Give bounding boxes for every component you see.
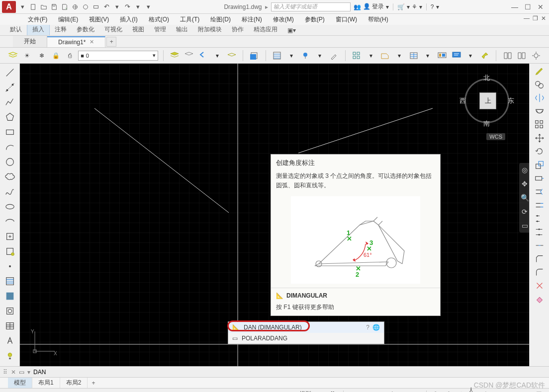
polar-toggle-icon[interactable]: ⊕ — [360, 390, 371, 392]
scale-list-icon[interactable]: 人 1:1▾ — [468, 390, 480, 392]
orbit-icon[interactable]: ⟳ — [519, 205, 529, 219]
cmdline-close-icon[interactable]: ✕ — [11, 369, 16, 376]
title-dropdown-icon[interactable]: ▸ — [265, 3, 268, 10]
hatch-icon[interactable] — [248, 49, 261, 62]
help-icon[interactable]: ? — [431, 3, 434, 10]
signin-dropdown-icon[interactable]: ▾ — [386, 3, 389, 10]
menu-help[interactable]: 帮助(H) — [363, 14, 393, 25]
view-cube[interactable]: 上 北 南 东 西 — [459, 74, 514, 128]
polyline-tool[interactable] — [2, 95, 18, 109]
layer-previous-icon[interactable] — [197, 49, 209, 62]
viewcube-west[interactable]: 西 — [459, 96, 466, 105]
command-input[interactable] — [33, 369, 183, 376]
menu-edit[interactable]: 编辑(E) — [53, 14, 83, 25]
cmdline-grip-icon[interactable]: ⠿ — [3, 369, 8, 376]
snap-toggle-icon[interactable]: ⠿▾ — [328, 390, 340, 392]
erase-tool[interactable] — [534, 294, 545, 306]
fillet-tool[interactable] — [534, 267, 545, 279]
suggestion-polaraddang[interactable]: ▭ POLARADDANG — [228, 333, 384, 344]
rotate-tool[interactable] — [534, 146, 545, 158]
nav-wheel-icon[interactable]: ◎ — [519, 163, 529, 177]
scale-tool[interactable] — [534, 159, 545, 172]
rectangle-tool[interactable] — [2, 125, 18, 139]
menu-dimension[interactable]: 标注(N) — [237, 14, 267, 25]
redo-icon[interactable]: ↷ — [123, 2, 132, 11]
qat-more-icon[interactable]: ▾ — [144, 2, 153, 11]
ellipse-tool[interactable] — [2, 200, 18, 214]
anno-scale-icon[interactable]: ⚲ — [430, 390, 442, 392]
menu-modify[interactable]: 修改(M) — [268, 14, 299, 25]
table-icon[interactable] — [407, 49, 420, 62]
layer-lock-icon[interactable]: 🔒 — [50, 49, 62, 62]
new-tab-button[interactable]: + — [106, 37, 116, 47]
book2-icon[interactable] — [516, 49, 528, 62]
globe-icon[interactable]: 🌐 — [372, 324, 380, 331]
ellipse-arc-tool[interactable] — [2, 215, 18, 229]
ribbon-tab-view[interactable]: 视图 — [127, 24, 149, 35]
trim-tool[interactable] — [534, 186, 545, 199]
showmotion-icon[interactable]: ▭ — [519, 219, 529, 233]
offset-tool[interactable] — [534, 106, 545, 118]
doc-minimize-icon[interactable]: — — [524, 15, 530, 22]
help-dropdown-icon[interactable]: ▾ — [436, 3, 439, 10]
layer-plot-icon[interactable]: ⎙ — [64, 49, 77, 62]
logo-dropdown-icon[interactable]: ▾ — [18, 2, 27, 11]
anno-visibility-icon[interactable]: ✱ — [443, 390, 455, 392]
web-save-icon[interactable] — [81, 2, 90, 11]
model-tab[interactable]: 模型 — [8, 378, 32, 388]
circle-tool[interactable] — [2, 155, 18, 169]
hatch-color-icon[interactable] — [299, 49, 312, 62]
layer-properties-icon[interactable] — [7, 49, 19, 62]
move-tool[interactable] — [534, 133, 545, 145]
isodraft-icon[interactable]: ◢▾ — [372, 390, 384, 392]
hatch-tool[interactable] — [2, 274, 18, 288]
make-block-tool[interactable] — [2, 244, 18, 258]
workspace-switch-icon[interactable]: ⚙▾ — [481, 390, 493, 392]
menu-tools[interactable]: 工具(T) — [175, 14, 204, 25]
dropdown-icon[interactable]: ▾ — [393, 49, 406, 62]
minimize-button[interactable]: — — [510, 2, 519, 11]
construction-line-tool[interactable] — [2, 80, 18, 94]
layout1-tab[interactable]: 布局1 — [32, 378, 60, 388]
menu-parametric[interactable]: 参数(P) — [300, 14, 330, 25]
array-tool[interactable] — [534, 119, 545, 132]
stretch-tool[interactable] — [534, 173, 545, 185]
status-model-label[interactable]: 模型 — [296, 389, 314, 392]
zoom-icon[interactable]: 🔍 — [519, 191, 529, 205]
break-tool[interactable] — [534, 213, 545, 226]
ribbon-tab-parametric[interactable]: 参数化 — [72, 24, 99, 35]
maximize-button[interactable]: ☐ — [523, 2, 532, 11]
line-tool[interactable] — [2, 66, 18, 79]
ribbon-tab-default[interactable]: 默认 — [5, 24, 27, 35]
viewcube-east[interactable]: 东 — [508, 96, 514, 105]
viewcube-north[interactable]: 北 — [483, 74, 490, 82]
pencil-icon[interactable] — [534, 66, 545, 78]
ribbon-tab-manage[interactable]: 管理 — [149, 24, 171, 35]
menu-file[interactable]: 文件(F) — [23, 14, 52, 25]
anno-monitor-icon[interactable]: ⊕ — [494, 390, 506, 392]
layer-isolate-icon[interactable] — [226, 49, 238, 62]
redo-dropdown-icon[interactable]: ▾ — [133, 2, 142, 11]
otrack-toggle-icon[interactable]: ∠ — [385, 390, 397, 392]
dropdown-icon[interactable]: ▾ — [285, 49, 297, 62]
viewcube-face-top[interactable]: 上 — [479, 92, 496, 109]
explode-tool[interactable] — [534, 280, 545, 293]
share-icon[interactable]: ⚘ — [412, 3, 417, 10]
revcloud-tool[interactable] — [2, 170, 18, 184]
gear-icon[interactable] — [530, 49, 543, 62]
save-icon[interactable] — [50, 2, 59, 11]
help-icon[interactable]: ? — [366, 324, 369, 331]
plot-icon[interactable] — [92, 2, 100, 11]
customize-icon[interactable]: ☰ — [533, 390, 545, 392]
menu-format[interactable]: 格式(O) — [144, 14, 174, 25]
close-tab-icon[interactable]: ✕ — [90, 39, 94, 45]
osnap-toggle-icon[interactable]: □▾ — [398, 390, 410, 392]
viewcube-south[interactable]: 南 — [483, 119, 490, 128]
doc-close-icon[interactable]: ✕ — [541, 15, 546, 22]
chamfer-tool[interactable] — [534, 253, 545, 266]
open-icon[interactable] — [39, 2, 48, 11]
file-tab-start[interactable]: 开始 — [13, 36, 47, 47]
dropdown-icon[interactable]: ▾ — [314, 49, 326, 62]
command-line[interactable]: ⠿ ✕ ▭ ▾ — [0, 366, 549, 377]
saveas-icon[interactable] — [60, 2, 69, 11]
